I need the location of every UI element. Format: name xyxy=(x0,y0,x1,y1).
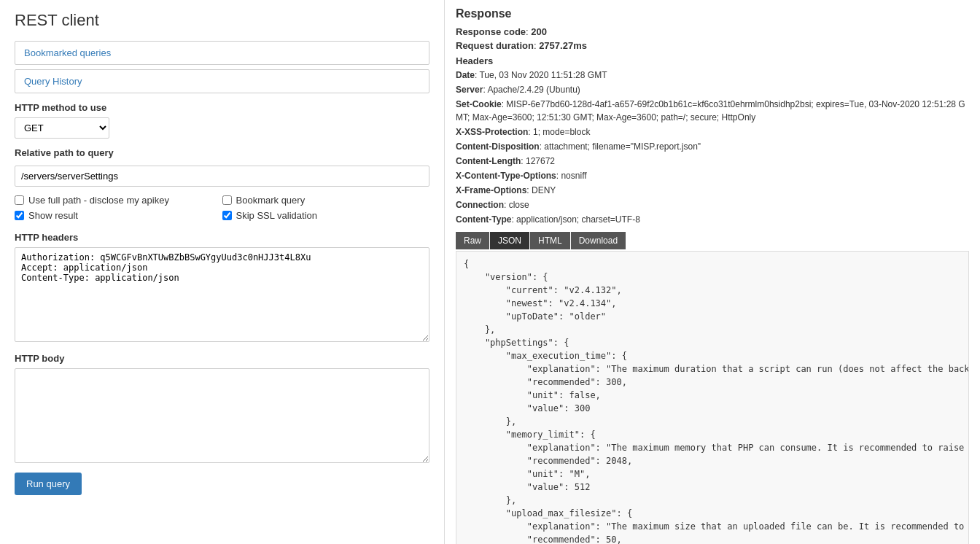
header-value: close xyxy=(509,200,529,210)
header-value: Apache/2.4.29 (Ubuntu) xyxy=(487,85,580,95)
bookmark-query-checkbox[interactable] xyxy=(222,195,232,205)
path-input[interactable]: /servers/serverSettings xyxy=(15,166,429,187)
use-full-path-option: Use full path - disclose my apikey xyxy=(15,193,222,208)
tab-raw[interactable]: Raw xyxy=(456,232,489,249)
show-result-checkbox[interactable] xyxy=(15,211,24,220)
header-row: X-Content-Type-Options: nosniff xyxy=(456,169,969,182)
header-row: Content-Disposition: attachment; filenam… xyxy=(456,140,969,153)
right-panel: Response Response code: 200 Request dura… xyxy=(445,0,980,544)
headers-section: Headers Date: Tue, 03 Nov 2020 11:51:28 … xyxy=(456,55,969,226)
http-body-textarea[interactable] xyxy=(15,368,429,463)
show-result-label: Show result xyxy=(28,210,78,221)
json-output: { "version": { "current": "v2.4.132", "n… xyxy=(456,251,969,544)
header-key: X-Frame-Options xyxy=(456,185,526,195)
header-value: 1; mode=block xyxy=(533,127,590,137)
skip-ssl-option: Skip SSL validation xyxy=(222,208,430,223)
header-key: Server xyxy=(456,85,483,95)
relative-path-label: Relative path to query xyxy=(15,147,429,158)
tab-html[interactable]: HTML xyxy=(530,232,570,249)
header-value: DENY xyxy=(532,185,556,195)
header-value: Tue, 03 Nov 2020 11:51:28 GMT xyxy=(479,70,607,80)
header-row: Connection: close xyxy=(456,198,969,211)
skip-ssl-label: Skip SSL validation xyxy=(236,210,318,221)
headers-list: Date: Tue, 03 Nov 2020 11:51:28 GMTServe… xyxy=(456,69,969,226)
header-row: X-Frame-Options: DENY xyxy=(456,184,969,197)
use-full-path-label: Use full path - disclose my apikey xyxy=(28,195,169,206)
header-key: X-XSS-Protection xyxy=(456,127,528,137)
left-panel: REST client Bookmarked queries Query His… xyxy=(0,0,445,544)
request-duration-value: 2757.27ms xyxy=(539,40,587,51)
bookmark-query-label: Bookmark query xyxy=(236,195,306,206)
http-headers-textarea[interactable]: Authorization: q5WCGFvBnXTUwBZbBSwGYgyUu… xyxy=(15,247,429,342)
headers-title: Headers xyxy=(456,55,969,66)
header-key: Connection xyxy=(456,200,504,210)
response-code-row: Response code: 200 xyxy=(456,26,969,37)
http-method-select[interactable]: GET POST PUT DELETE PATCH HEAD xyxy=(15,117,109,139)
header-value: attachment; filename="MISP.report.json" xyxy=(544,141,701,152)
response-code-value: 200 xyxy=(531,26,547,37)
header-row: X-XSS-Protection: 1; mode=block xyxy=(456,125,969,139)
request-duration-row: Request duration: 2757.27ms xyxy=(456,40,969,51)
page-title: REST client xyxy=(15,11,429,30)
header-row: Content-Length: 127672 xyxy=(456,155,969,168)
header-value: 127672 xyxy=(526,156,555,166)
show-result-option: Show result xyxy=(15,208,222,223)
response-title: Response xyxy=(456,7,969,20)
response-code-label: Response code xyxy=(456,26,526,37)
bookmark-query-option: Bookmark query xyxy=(222,193,430,208)
tab-json[interactable]: JSON xyxy=(490,232,529,249)
http-method-label: HTTP method to use xyxy=(15,102,429,113)
header-value: nosniff xyxy=(561,171,586,181)
run-query-button[interactable]: Run query xyxy=(15,473,82,495)
header-row: Date: Tue, 03 Nov 2020 11:51:28 GMT xyxy=(456,69,969,82)
header-key: Set-Cookie xyxy=(456,99,502,109)
header-key: X-Content-Type-Options xyxy=(456,171,556,181)
query-history-button[interactable]: Query History xyxy=(15,69,429,93)
header-row: Content-Type: application/json; charset=… xyxy=(456,213,969,226)
header-value: application/json; charset=UTF-8 xyxy=(516,214,640,225)
http-body-label: HTTP body xyxy=(15,353,429,364)
http-headers-label: HTTP headers xyxy=(15,232,429,243)
header-key: Content-Type xyxy=(456,214,511,225)
header-row: Server: Apache/2.4.29 (Ubuntu) xyxy=(456,83,969,96)
options-grid: Use full path - disclose my apikey Bookm… xyxy=(15,193,429,223)
header-row: Set-Cookie: MISP-6e77bd60-128d-4af1-a657… xyxy=(456,98,969,124)
use-full-path-checkbox[interactable] xyxy=(15,195,24,205)
header-key: Date xyxy=(456,70,475,80)
format-tabs: Raw JSON HTML Download xyxy=(456,232,969,249)
header-key: Content-Disposition xyxy=(456,141,540,152)
tab-download[interactable]: Download xyxy=(571,232,626,249)
bookmarked-queries-button[interactable]: Bookmarked queries xyxy=(15,41,429,65)
header-key: Content-Length xyxy=(456,156,521,166)
header-value: MISP-6e77bd60-128d-4af1-a657-69f2c0b1b61… xyxy=(456,99,965,123)
request-duration-label: Request duration xyxy=(456,40,534,51)
skip-ssl-checkbox[interactable] xyxy=(222,211,232,220)
